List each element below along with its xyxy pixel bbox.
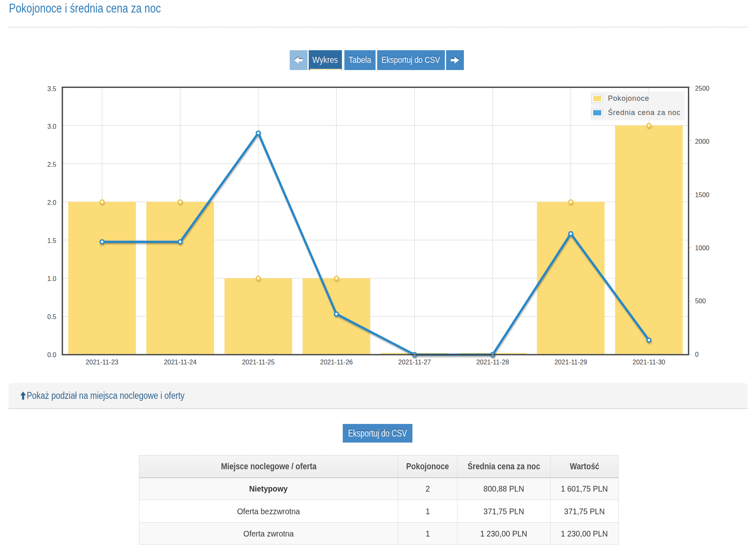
axis-tick-label: 2000: [695, 138, 709, 145]
table-row: Oferta bezzwrotna1371,75 PLN371,75 PLN: [139, 500, 619, 523]
axis-tick-label: 1000: [695, 245, 709, 251]
table-header-cell: Pokojonoce: [398, 456, 457, 478]
chart-legend: Pokojonoce Średnia cena za noc: [591, 92, 685, 120]
table-cell: Oferta bezzwrotna: [139, 500, 398, 523]
bar-point-marker: [569, 200, 573, 204]
legend-label: Średnia cena za noc: [608, 109, 681, 117]
toggle-breakdown-bar[interactable]: Pokaż podział na miejsca noclegowe i ofe…: [9, 383, 747, 409]
axis-tick-label: 3.5: [47, 85, 56, 92]
axis-tick-label: 500: [695, 298, 706, 304]
table-header-cell: Miejsce noclegowe / oferta: [139, 456, 398, 478]
line-point-marker: [256, 131, 261, 135]
bar: [615, 126, 683, 354]
table-cell: 371,75 PLN: [457, 500, 551, 523]
axis-tick-label: 2021-11-29: [554, 359, 587, 366]
legend-item-pokojonoce: Pokojonoce: [591, 92, 685, 106]
table-cell: Oferta zwrotna: [139, 523, 398, 545]
axis-tick-label: 2021-11-27: [398, 359, 431, 366]
table-cell: 371,75 PLN: [551, 500, 619, 523]
table-cell: Nietypowy: [139, 478, 398, 500]
bar: [68, 202, 136, 354]
bar-point-marker: [335, 276, 339, 280]
table-cell: 800,88 PLN: [457, 478, 551, 500]
breakdown-table: Miejsce noclegowe / ofertaPokojonoceŚred…: [139, 455, 619, 545]
axis-tick-label: 1.0: [47, 275, 56, 282]
combo-chart: 0.00.51.01.52.02.53.03.50500100015002000…: [0, 0, 756, 405]
axis-tick-label: 2.5: [47, 161, 56, 168]
line-point-marker: [100, 240, 104, 244]
line-point-marker: [335, 312, 339, 316]
toggle-breakdown-label: Pokaż podział na miejsca noclegowe i ofe…: [27, 390, 209, 401]
table-header-cell: Wartość: [551, 456, 619, 478]
table-cell: 1 230,00 PLN: [551, 523, 619, 545]
axis-tick-label: 2500: [695, 85, 709, 92]
bar-point-marker: [178, 200, 182, 204]
table-cell: 2: [398, 478, 457, 500]
table-cell: 1 230,00 PLN: [457, 523, 551, 545]
axis-tick-label: 2021-11-25: [242, 359, 275, 366]
bar-point-marker: [256, 276, 261, 280]
axis-tick-label: 2021-11-24: [164, 359, 196, 366]
bar: [146, 202, 214, 354]
axis-tick-label: 1.5: [47, 237, 56, 244]
legend-label: Pokojonoce: [608, 94, 649, 103]
legend-swatch-line: [592, 109, 603, 117]
bar-point-marker: [100, 200, 104, 204]
axis-tick-label: 2021-11-28: [476, 359, 509, 366]
table-header-row: Miejsce noclegowe / ofertaPokojonoceŚred…: [139, 456, 619, 478]
axis-tick-label: 2.0: [47, 199, 56, 206]
legend-swatch-bar: [592, 95, 603, 103]
axis-tick-label: 2021-11-30: [632, 359, 665, 366]
table-row: Oferta zwrotna11 230,00 PLN1 230,00 PLN: [139, 523, 619, 545]
axis-tick-label: 2021-11-26: [320, 359, 353, 366]
table-cell: 1: [398, 523, 457, 545]
axis-tick-label: 0: [695, 351, 698, 358]
bar: [224, 278, 292, 354]
table-cell: 1 601,75 PLN: [551, 478, 619, 500]
table-row: Nietypowy2800,88 PLN1 601,75 PLN: [139, 478, 619, 500]
table-header-cell: Średnia cena za noc: [457, 456, 551, 478]
export-csv-button-bottom[interactable]: Eksportuj do CSV: [343, 424, 412, 443]
axis-tick-label: 3.0: [47, 123, 56, 130]
bar: [537, 202, 604, 354]
axis-tick-label: 0.0: [47, 351, 56, 358]
bar-point-marker: [647, 123, 651, 128]
arrow-up-icon: [20, 392, 26, 400]
line-point-marker: [569, 232, 573, 236]
bar-series: [68, 126, 683, 354]
table-cell: 1: [398, 500, 457, 523]
axis-tick-label: 2021-11-23: [86, 359, 119, 366]
axis-tick-label: 1500: [695, 192, 709, 198]
axis-tick-label: 0.5: [47, 313, 56, 320]
line-point-marker: [178, 240, 182, 244]
legend-item-srednia-cena: Średnia cena za noc: [591, 106, 685, 120]
line-point-marker: [647, 338, 651, 342]
